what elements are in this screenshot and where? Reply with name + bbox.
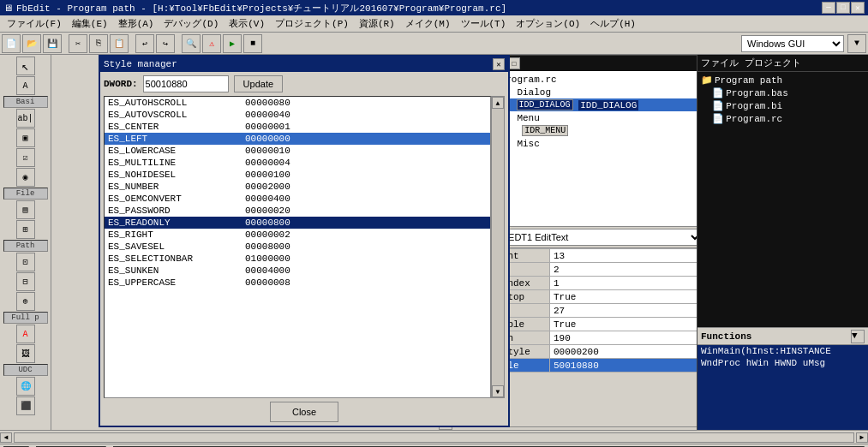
table-row[interactable]: TabIndex1 [482,277,697,290]
tree-item[interactable]: 📁 Misc [482,137,697,150]
section-path: Path [3,240,48,252]
file-tree-item[interactable]: 📁Program path [699,74,866,86]
list-item[interactable]: ES_LOWERCASE00000010 [105,145,490,157]
list-item[interactable]: ES_PASSWORD00000020 [105,205,490,217]
tool-a1[interactable]: ab| [16,109,35,128]
tool-a4[interactable]: ◉ [16,168,35,187]
tree-item[interactable]: 📁 Menu [482,111,697,124]
list-item[interactable]: ES_NUMBER00002000 [105,181,490,193]
tool-a2[interactable]: ▣ [16,128,35,147]
tool-a3[interactable]: ☑ [16,148,35,167]
function-item[interactable]: WinMain(hInst:HINSTANCE [697,345,868,357]
list-item[interactable]: ES_LEFT00000000 [105,133,490,145]
res-max-btn[interactable]: □ [508,57,520,69]
tool-f2[interactable]: ⊞ [16,220,35,239]
menu-tools[interactable]: ツール(T) [456,15,512,32]
menu-make[interactable]: メイク(M) [400,15,456,32]
list-item[interactable]: ES_NOHIDESEL00000100 [105,169,490,181]
tool-fp2[interactable]: 🖼 [16,344,35,363]
toolbar-redo[interactable]: ↪ [156,34,175,53]
list-item[interactable]: ES_SELECTIONBAR01000000 [105,253,490,265]
tool-p1[interactable]: ⊡ [16,253,35,271]
status-bar: INS Windows GUI WndProc(hWin:HWND,uMsg:U… [0,444,868,447]
tool-f1[interactable]: ▤ [16,200,35,219]
table-row[interactable]: Left2 [482,263,697,277]
file-tree-item[interactable]: 📄Program.bas [699,86,866,99]
maximize-button[interactable]: □ [836,2,850,14]
list-item[interactable]: ES_AUTOVSCROLL00000040 [105,109,490,121]
tool-u2[interactable]: ⬛ [16,396,35,415]
table-row[interactable]: Top27 [482,304,697,318]
tree-item[interactable]: IDD_DIALOG IDD_DIALOG [482,98,697,111]
toolbar-save[interactable]: 💾 [43,34,62,53]
mode-select[interactable]: Windows GUI [741,35,844,52]
hscroll-left[interactable]: ◀ [0,432,12,443]
mode-dropdown-btn[interactable]: ▼ [847,34,866,53]
toolbar-copy[interactable]: ⎘ [89,34,108,53]
list-item[interactable]: ES_SUNKEN00004000 [105,265,490,277]
menu-project[interactable]: プロジェクト(P) [270,15,354,32]
update-button[interactable]: Update [234,75,283,92]
text-tool[interactable]: A [16,76,35,95]
menu-file[interactable]: ファイル(F) [2,15,67,32]
tool-p3[interactable]: ⊕ [16,292,35,311]
tree-item[interactable]: 📁 Dialog [482,86,697,98]
function-item[interactable]: WndProc hWin HWND uMsg [697,357,868,369]
menu-resource[interactable]: 資源(R) [354,15,400,32]
table-row[interactable]: Height13 [482,249,697,263]
style-list-scrollbar[interactable]: ▲ ▼ [491,96,505,398]
toolbar-new[interactable]: 📄 [2,34,21,53]
toolbar-undo[interactable]: ↩ [135,34,154,53]
menu-edit[interactable]: 編集(E) [67,15,113,32]
list-item[interactable]: ES_RIGHT00000002 [105,229,490,241]
list-item[interactable]: ES_OEMCONVERT00000400 [105,193,490,205]
list-item[interactable]: ES_UPPERCASE00000008 [105,277,490,289]
file-tree-item[interactable]: 📄Program.rc [699,112,866,125]
scroll-down-arrow[interactable]: ▼ [492,385,504,397]
scroll-up-arrow[interactable]: ▲ [492,97,504,109]
menu-view[interactable]: 表示(V) [224,15,270,32]
list-item[interactable]: ES_SAVESEL00008000 [105,241,490,253]
menu-debug[interactable]: デバッグ(D) [159,15,224,32]
list-item[interactable]: ES_CENTER00000001 [105,121,490,133]
dword-input[interactable] [143,75,229,92]
table-row[interactable]: TabStopTrue [482,290,697,304]
menu-format[interactable]: 整形(A) [113,15,159,32]
toolbar-cut[interactable]: ✂ [69,34,87,53]
menu-options[interactable]: オプション(O) [511,15,585,32]
toolbar-b2[interactable]: ■ [243,34,262,53]
props-combo[interactable]: IDC_EDT1 EditText [482,229,697,246]
table-row[interactable]: Width190 [482,331,697,345]
table-row[interactable]: xStyle50010880 [482,359,697,372]
cursor-tool[interactable]: ↖ [16,57,35,75]
list-item[interactable]: ES_READONLY00000800 [105,217,490,229]
dialog-close-x[interactable]: ✕ [493,58,505,70]
tree-item[interactable]: 📁 Program.rc [482,73,697,86]
table-row[interactable]: VisibleTrue [482,318,697,331]
functions-list[interactable]: WinMain(hInst:HINSTANCEWndProc hWin HWND… [697,345,868,430]
list-item[interactable]: ES_MULTILINE00000004 [105,157,490,169]
table-row[interactable]: xExStyle00000200 [482,345,697,359]
toolbar-find[interactable]: 🔍 [182,34,201,53]
tool-u1[interactable]: 🌐 [16,377,35,396]
resource-tree[interactable]: 📁 Program.rc 📁 Dialog IDD_DIALOG IDD_DIA… [481,71,697,229]
horizontal-scroll[interactable]: ◀ ▶ [0,430,868,444]
hscroll-right[interactable]: ▶ [856,432,868,443]
tree-item[interactable]: IDR_MENU [482,124,697,137]
minimize-button[interactable]: ─ [822,2,835,14]
toolbar-paste[interactable]: 📋 [110,34,129,53]
menu-help[interactable]: ヘルプ(H) [585,15,641,32]
toolbar-run[interactable]: ▶ [223,34,242,53]
style-list[interactable]: ES_AUTOHSCROLL00000080ES_AUTOVSCROLL0000… [104,96,491,398]
tool-fp1[interactable]: A [16,325,35,343]
toolbar-open[interactable]: 📂 [22,34,41,53]
functions-dropdown[interactable]: ▼ [851,330,865,343]
close-button[interactable]: Close [270,402,338,422]
close-button[interactable]: ✕ [851,2,865,14]
tool-p2[interactable]: ⊟ [16,272,35,291]
file-tree[interactable]: 📁Program path 📄Program.bas 📄Program.bi 📄… [697,72,868,327]
hscroll-track[interactable] [14,432,854,443]
list-item[interactable]: ES_AUTOHSCROLL00000080 [105,97,490,109]
toolbar-b1[interactable]: ⚠ [202,34,221,53]
file-tree-item[interactable]: 📄Program.bi [699,99,866,112]
